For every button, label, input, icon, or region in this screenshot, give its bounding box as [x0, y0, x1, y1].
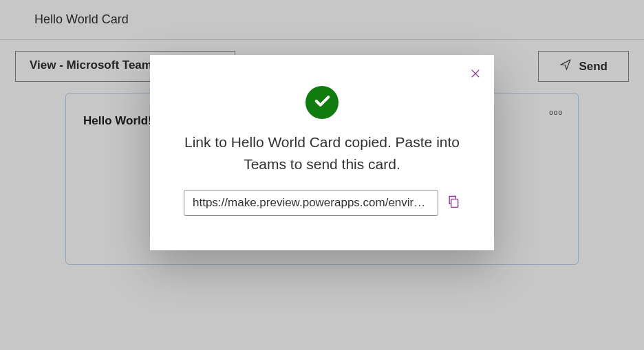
url-row — [171, 190, 473, 216]
copy-button[interactable] — [447, 195, 460, 211]
copy-icon — [447, 199, 460, 210]
link-copied-modal: Link to Hello World Card copied. Paste i… — [150, 55, 494, 250]
modal-message: Link to Hello World Card copied. Paste i… — [171, 131, 473, 175]
check-icon — [312, 91, 332, 113]
close-button[interactable] — [469, 67, 482, 83]
success-badge — [305, 86, 339, 119]
close-icon — [469, 70, 482, 82]
url-input[interactable] — [184, 190, 438, 216]
svg-rect-0 — [451, 199, 458, 208]
